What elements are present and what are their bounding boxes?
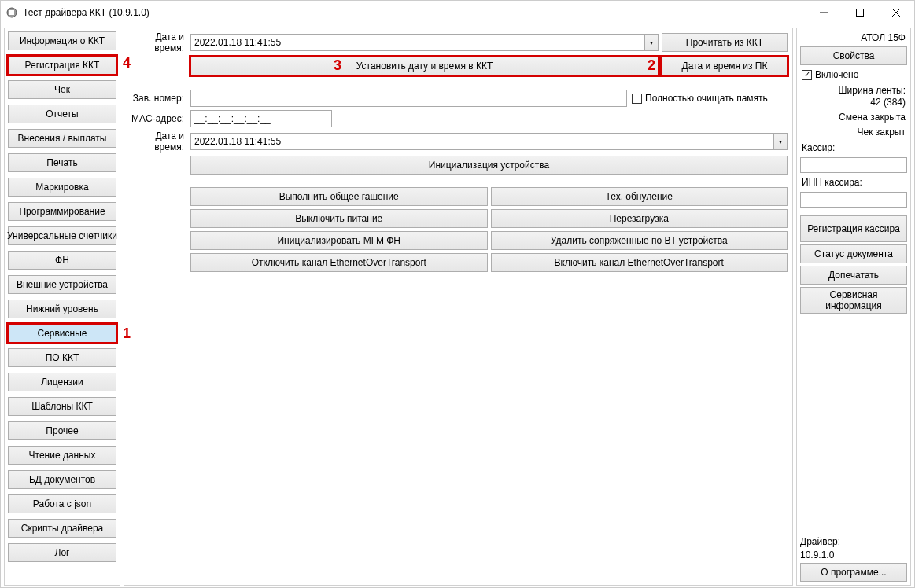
- sidebar-item-fn[interactable]: ФН: [8, 251, 116, 270]
- serial-label: Зав. номер:: [129, 93, 187, 104]
- driver-label: Драйвер:: [800, 536, 907, 547]
- datetime-dropdown-1[interactable]: ▾: [644, 34, 659, 51]
- serial-input[interactable]: [190, 90, 627, 107]
- sidebar-item-scripts[interactable]: Скрипты драйвера: [8, 519, 116, 538]
- device-name: АТОЛ 15Ф: [800, 31, 907, 44]
- sidebar-item-reports[interactable]: Отчеты: [8, 105, 116, 123]
- sidebar-item-log[interactable]: Лог: [8, 543, 116, 562]
- doc-status-button[interactable]: Статус документа: [800, 244, 907, 263]
- sidebar-item-registration[interactable]: Регистрация ККТ: [8, 56, 116, 75]
- tech-reset-button[interactable]: Тех. обнуление: [491, 187, 788, 206]
- datetime-dropdown-2[interactable]: ▾: [773, 133, 788, 150]
- properties-button[interactable]: Свойства: [800, 46, 907, 65]
- sidebar-item-other[interactable]: Прочее: [8, 421, 116, 440]
- left-sidebar: Информация о ККТ Регистрация ККТ Чек Отч…: [4, 28, 120, 586]
- power-off-button[interactable]: Выключить питание: [190, 209, 488, 228]
- mac-input[interactable]: [190, 110, 332, 127]
- svg-rect-1: [9, 10, 14, 15]
- annotation-2: 2: [648, 57, 655, 74]
- right-panel: АТОЛ 15Ф Свойства ✓ Включено Ширина лент…: [796, 28, 911, 586]
- sidebar-item-templates[interactable]: Шаблоны ККТ: [8, 397, 116, 416]
- sidebar-item-info[interactable]: Информация о ККТ: [8, 31, 116, 50]
- sidebar-item-marking[interactable]: Маркировка: [8, 178, 116, 197]
- enable-eot-button[interactable]: Включить канал EthernetOverTransport: [491, 253, 788, 272]
- datetime-input-2[interactable]: [190, 133, 773, 150]
- disable-eot-button[interactable]: Отключить канал EthernetOverTransport: [190, 253, 488, 272]
- shift-status: Смена закрыта: [800, 111, 907, 123]
- driver-version: 10.9.1.0: [800, 549, 907, 560]
- cashier-input[interactable]: [800, 157, 907, 173]
- tape-width-label: Ширина ленты:: [800, 84, 907, 97]
- center-panel: Дата и время: ▾ Прочитать из ККТ Установ…: [124, 28, 793, 586]
- sidebar-item-docdb[interactable]: БД документов: [8, 470, 116, 489]
- annotation-3: 3: [334, 57, 341, 74]
- set-datetime-kkt-button[interactable]: Установить дату и время в ККТ: [190, 57, 659, 75]
- maximize-button[interactable]: [842, 1, 878, 24]
- sidebar-item-lowlevel[interactable]: Нижний уровень: [8, 300, 116, 318]
- sidebar-item-external[interactable]: Внешние устройства: [8, 275, 116, 294]
- inn-input[interactable]: [800, 192, 907, 208]
- read-from-kkt-button[interactable]: Прочитать из ККТ: [662, 33, 788, 52]
- checkbox-icon: [632, 94, 642, 104]
- check-icon: ✓: [802, 70, 812, 80]
- reprint-button[interactable]: Допечатать: [800, 266, 907, 285]
- remove-bt-button[interactable]: Удалить сопряженные по BT устройства: [491, 231, 788, 250]
- cashier-label: Кассир:: [800, 141, 907, 155]
- register-cashier-button[interactable]: Регистрация кассира: [800, 215, 907, 242]
- general-cancel-button[interactable]: Выполнить общее гашение: [190, 187, 488, 206]
- datetime-label-2: Дата и время:: [129, 130, 187, 153]
- sidebar-item-deposits[interactable]: Внесения / выплаты: [8, 129, 116, 148]
- enabled-checkbox[interactable]: ✓ Включено: [800, 68, 907, 82]
- svg-rect-3: [857, 9, 864, 16]
- datetime-from-pc-button[interactable]: Дата и время из ПК: [662, 57, 788, 75]
- datetime-input-1[interactable]: [190, 34, 644, 51]
- inn-label: ИНН кассира:: [800, 175, 907, 189]
- close-button[interactable]: [878, 1, 914, 24]
- sidebar-item-firmware[interactable]: ПО ККТ: [8, 348, 116, 367]
- sidebar-item-print[interactable]: Печать: [8, 153, 116, 172]
- mac-label: MAC-адрес:: [129, 113, 187, 124]
- init-device-button[interactable]: Инициализация устройства: [190, 156, 788, 175]
- sidebar-item-readdata[interactable]: Чтение данных: [8, 446, 116, 465]
- sidebar-item-programming[interactable]: Программирование: [8, 202, 116, 221]
- tape-width-value: 42 (384): [800, 96, 907, 108]
- init-mgm-fn-button[interactable]: Инициализировать МГМ ФН: [190, 231, 488, 250]
- clear-memory-checkbox[interactable]: Полностью очищать память: [630, 91, 788, 105]
- service-info-button[interactable]: Сервисная информация: [800, 287, 907, 314]
- datetime-label-1: Дата и время:: [129, 31, 187, 53]
- sidebar-item-check[interactable]: Чек: [8, 80, 116, 99]
- check-status: Чек закрыт: [800, 126, 907, 138]
- about-button[interactable]: О программе...: [800, 563, 907, 582]
- sidebar-item-counters[interactable]: Универсальные счетчики: [8, 226, 116, 245]
- sidebar-item-licenses[interactable]: Лицензии: [8, 373, 116, 391]
- sidebar-item-service[interactable]: Сервисные: [8, 324, 116, 343]
- minimize-button[interactable]: [806, 1, 842, 24]
- reboot-button[interactable]: Перезагрузка: [491, 209, 788, 228]
- sidebar-item-json[interactable]: Работа с json: [8, 494, 116, 513]
- window-title: Тест драйвера ККТ (10.9.1.0): [23, 7, 149, 18]
- app-icon: [6, 6, 18, 19]
